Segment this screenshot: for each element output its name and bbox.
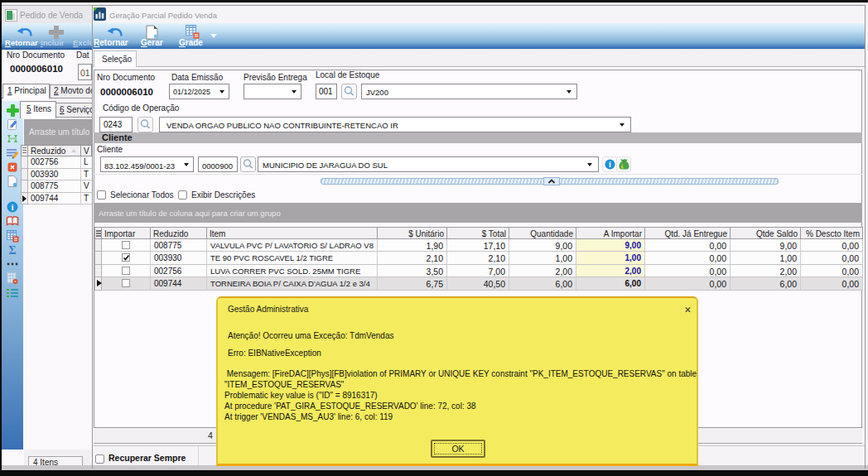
svg-text:i: i bbox=[11, 202, 13, 212]
svg-text:i: i bbox=[609, 160, 611, 169]
svg-text:Σ: Σ bbox=[8, 244, 16, 257]
